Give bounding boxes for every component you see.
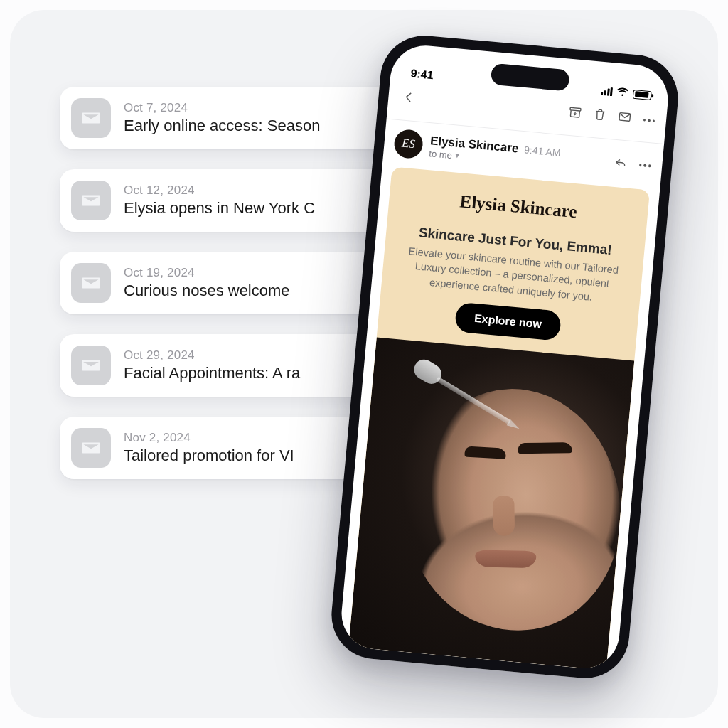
hero-image <box>348 337 634 670</box>
avatar: ES <box>393 129 424 159</box>
email-subject: Curious noses welcome <box>124 282 290 300</box>
email-body: Elysia Skincare Skincare Just For You, E… <box>348 167 650 670</box>
email-subject: Tailored promotion for VI <box>124 446 294 465</box>
email-date: Nov 2, 2024 <box>124 431 294 445</box>
sender-time: 9:41 AM <box>524 144 562 159</box>
mail-icon <box>71 98 111 138</box>
mail-action-icon[interactable] <box>616 109 633 128</box>
mail-icon <box>71 181 111 220</box>
chevron-down-icon: ▾ <box>454 151 459 160</box>
mail-icon <box>71 428 111 468</box>
mail-icon <box>71 346 111 385</box>
trash-icon[interactable] <box>592 107 608 126</box>
battery-icon <box>633 89 652 100</box>
wifi-icon <box>616 86 630 100</box>
status-time: 9:41 <box>410 67 434 82</box>
more-icon[interactable] <box>637 161 652 170</box>
email-date: Oct 29, 2024 <box>124 348 300 363</box>
phone-mockup: 9:41 <box>328 32 682 682</box>
email-date: Oct 19, 2024 <box>124 266 290 280</box>
email-subject: Facial Appointments: A ra <box>124 364 300 382</box>
reply-icon[interactable] <box>612 154 628 173</box>
email-subject: Elysia opens in New York C <box>124 199 315 218</box>
more-icon[interactable] <box>641 116 656 125</box>
email-date: Oct 7, 2024 <box>124 101 320 115</box>
back-button[interactable] <box>395 85 423 113</box>
email-date: Oct 12, 2024 <box>124 183 315 198</box>
phone-screen: 9:41 <box>338 43 671 671</box>
cellular-icon <box>600 87 613 96</box>
email-subject: Early online access: Season <box>124 117 320 135</box>
mail-icon <box>71 263 111 303</box>
archive-icon[interactable] <box>567 105 583 124</box>
svg-rect-0 <box>569 107 580 111</box>
canvas: Oct 7, 2024 Early online access: Season … <box>10 10 718 718</box>
